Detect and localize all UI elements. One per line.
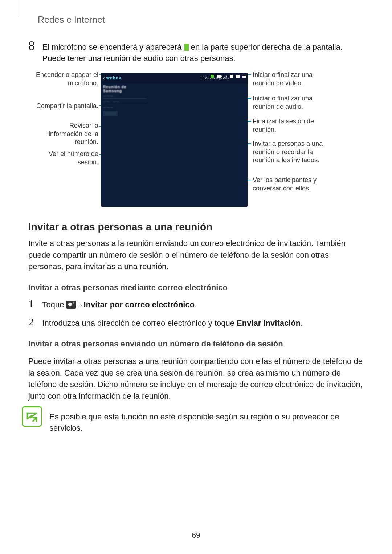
step-text: Introduzca una dirección de correo elect…: [42, 316, 358, 329]
section-header: Redes e Internet: [38, 15, 105, 25]
arrow-icon: →: [76, 300, 84, 311]
bold-label: Invitar por correo electrónico: [84, 300, 195, 309]
invite-icon[interactable]: [230, 75, 233, 78]
callout-end-session: Finalizar la sesión de reunión.: [253, 117, 329, 134]
page-number: 69: [0, 531, 392, 539]
menu-icon[interactable]: [242, 75, 246, 78]
bold-label: Enviar invitación: [237, 319, 301, 328]
panel-row: — — —: [103, 93, 147, 99]
subheading-invite-email: Invitar a otras personas mediante correo…: [28, 283, 228, 292]
step-text: Toque → Invitar por correo electrónico.: [42, 297, 358, 311]
app-toolbar: ‹ webex Compartir pantalla: [101, 73, 248, 83]
share-icon: [201, 77, 204, 79]
step-number: 2: [28, 316, 41, 328]
video-icon[interactable]: [217, 75, 221, 78]
text-segment: Toque: [42, 300, 66, 309]
callout-meeting-info: Revisar la información de la reunión.: [35, 122, 98, 146]
text-segment: Introduzca una dirección de correo elect…: [42, 319, 237, 328]
callout-video-toggle: Iniciar o finalizar una reunión de vídeo…: [253, 71, 329, 87]
heading-invite: Invitar a otras personas a una reunión: [28, 221, 212, 233]
phone-icon[interactable]: [224, 75, 227, 78]
panel-title: Reunión de: [103, 85, 147, 89]
callout-audio-toggle: Iniciar o finalizar una reunión de audio…: [253, 94, 329, 111]
session-number-box: [103, 111, 118, 116]
step-number: 1: [28, 297, 41, 310]
panel-row: — — — —: [103, 99, 147, 104]
note-block: Es posible que esta función no esté disp…: [22, 406, 363, 434]
audio-indicator-icon[interactable]: [211, 75, 214, 78]
panel-row: — — —: [103, 104, 147, 110]
app-brand-label: webex: [106, 75, 122, 81]
step-text: El micrófono se encenderá y aparecerá en…: [42, 38, 358, 64]
meeting-info-panel: Reunión de Samsung — — — — — — — — — —: [103, 85, 147, 116]
tab-indent-rule: [20, 0, 20, 16]
callout-session-number: Ver el número de sesión.: [35, 150, 98, 166]
step-invite-email-2: 2 Introduzca una dirección de correo ele…: [28, 316, 359, 329]
step-number: 8: [28, 38, 41, 53]
invite-person-icon: [66, 301, 76, 309]
paragraph-invite-intro: Invite a otras personas a la reunión env…: [28, 238, 366, 272]
step-invite-email-1: 1 Toque → Invitar por correo electrónico…: [28, 297, 359, 311]
mic-indicator-icon: [184, 44, 189, 51]
subheading-invite-phone: Invitar a otras personas enviando un núm…: [28, 339, 283, 349]
text-segment: .: [195, 300, 197, 309]
callout-invite-remind: Invitar a personas a una reunión o recor…: [253, 140, 329, 164]
participants-icon[interactable]: [236, 75, 240, 78]
note-text: Es posible que esta función no esté disp…: [49, 406, 363, 434]
note-icon: [22, 406, 42, 427]
toolbar-icon-group: [211, 75, 246, 78]
callout-share-screen: Compartir la pantalla.: [35, 102, 98, 110]
text-segment: .: [301, 319, 303, 328]
panel-title: Samsung: [103, 89, 147, 93]
annotated-screenshot-figure: Encender o apagar el micrófono. Comparti…: [35, 71, 362, 210]
step-8: 8 El micrófono se encenderá y aparecerá …: [28, 38, 359, 64]
back-icon[interactable]: ‹: [103, 75, 105, 81]
manual-page: Redes e Internet 8 El micrófono se encen…: [0, 0, 392, 554]
device-screenshot: ‹ webex Compartir pantalla Reunión de S: [101, 73, 248, 207]
callout-mic-toggle: Encender o apagar el micrófono.: [35, 71, 98, 87]
paragraph-invite-phone: Puede invitar a otras personas a una reu…: [28, 356, 366, 402]
callout-participants: Ver los participantes y conversar con el…: [253, 176, 329, 192]
text-segment: El micrófono se encenderá y aparecerá: [42, 42, 184, 52]
